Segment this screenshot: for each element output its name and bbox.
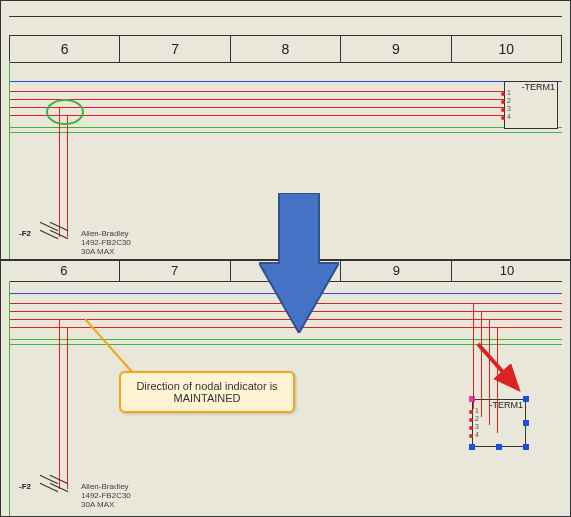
wire-red-v xyxy=(59,107,60,237)
ruler-cell: 9 xyxy=(341,36,451,62)
ruler-cell: 7 xyxy=(120,261,231,281)
callout-box: Direction of nodal indicator is MAINTAIN… xyxy=(119,371,295,413)
ruler-cell: 7 xyxy=(120,36,230,62)
terminal-block[interactable]: -TERM1 1 2 3 4 xyxy=(504,81,558,129)
fuse-symbol[interactable] xyxy=(39,479,69,499)
wire-red xyxy=(9,91,522,92)
fuse-symbol[interactable] xyxy=(39,226,69,246)
wire-red xyxy=(9,115,522,116)
attention-arrow-icon xyxy=(473,339,533,399)
callout-text: Direction of nodal indicator is MAINTAIN… xyxy=(136,380,277,404)
selection-handle[interactable] xyxy=(496,444,502,450)
transition-arrow-icon xyxy=(259,193,339,333)
wire-blue xyxy=(9,81,562,82)
component-info: Allen-Bradley 1492-FB2C30 30A MAX xyxy=(81,482,131,509)
selection-handle[interactable] xyxy=(523,420,529,426)
selection-handle[interactable] xyxy=(469,444,475,450)
component-tag: -F2 xyxy=(19,482,31,491)
wire-green-v xyxy=(9,281,10,517)
ruler-cell: 6 xyxy=(9,261,120,281)
nodal-indicator-highlight xyxy=(46,99,84,125)
ruler-cell: 9 xyxy=(341,261,452,281)
selection-handle[interactable] xyxy=(523,444,529,450)
component-info: Allen-Bradley 1492-FB2C30 30A MAX xyxy=(81,229,131,256)
ruler-cell: 10 xyxy=(452,261,562,281)
ruler-cell: 10 xyxy=(452,36,561,62)
terminal-label: -TERM1 xyxy=(490,400,524,410)
wire-green-pair xyxy=(9,127,562,133)
ruler-cell: 6 xyxy=(10,36,120,62)
terminal-label: -TERM1 xyxy=(522,82,556,92)
wire-red-v xyxy=(67,327,68,489)
callout-pointer xyxy=(85,319,145,379)
wire-red xyxy=(9,107,522,108)
wire-red-v xyxy=(67,115,68,237)
wire-red xyxy=(9,99,522,100)
ruler-top: 6 7 8 9 10 xyxy=(9,35,562,63)
wire-red-v xyxy=(59,319,60,489)
svg-line-0 xyxy=(478,344,518,389)
ruler-cell: 8 xyxy=(231,36,341,62)
top-border xyxy=(9,16,562,17)
component-tag: -F2 xyxy=(19,229,31,238)
wire-green-v xyxy=(9,61,10,259)
